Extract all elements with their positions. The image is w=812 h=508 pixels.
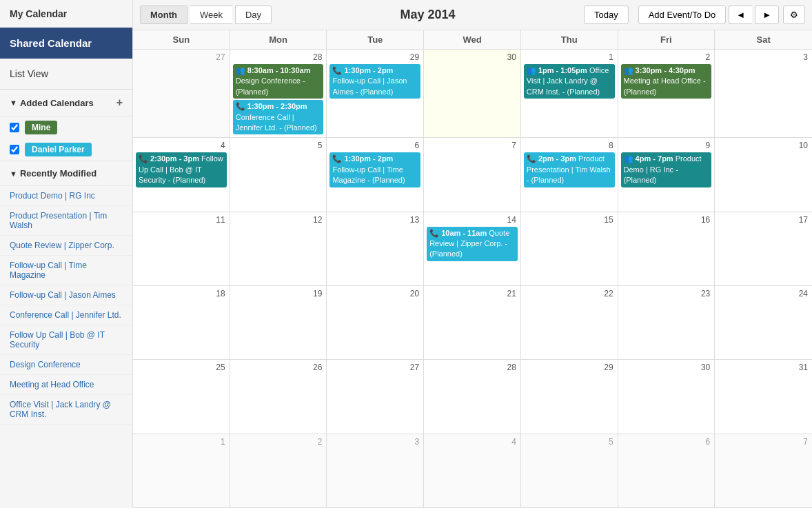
calendar-body: 2728👥 8:30am - 10:30am Design Conference… <box>133 50 812 508</box>
calendar-cell[interactable]: 27 <box>133 50 230 137</box>
today-button[interactable]: Today <box>584 6 629 24</box>
day-number: 4 <box>427 436 518 449</box>
day-number: 26 <box>233 361 324 374</box>
calendar-cell[interactable]: 9👥 4pm - 7pm Product Demo | RG Inc - (Pl… <box>618 138 715 211</box>
calendar-cell[interactable]: 30 <box>424 50 521 137</box>
calendar-cell[interactable]: 26 <box>230 360 327 433</box>
sidebar-shared-calendar[interactable]: Shared Calendar <box>0 28 132 59</box>
calendar-week: 2728👥 8:30am - 10:30am Design Conference… <box>133 50 812 138</box>
calendar-cell[interactable]: 11 <box>133 212 230 285</box>
calendar-event[interactable]: 📞 10am - 11am Quote Review | Zipper Corp… <box>427 227 518 261</box>
month-view-button[interactable]: Month <box>140 6 187 24</box>
calendar-cell[interactable]: 1 <box>133 434 230 507</box>
calendar-cell[interactable]: 20 <box>327 286 424 359</box>
day-number: 2 <box>621 51 712 64</box>
calendar-checkbox-daniel[interactable] <box>10 145 19 154</box>
calendar-cell[interactable]: 22 <box>521 286 618 359</box>
calendar-item-daniel[interactable]: Daniel Parker <box>0 139 132 161</box>
calendar-cell[interactable]: 16 <box>618 212 715 285</box>
calendar-cell[interactable]: 2👥 3:30pm - 4:30pm Meeting at Head Offic… <box>618 50 715 137</box>
day-number: 2 <box>233 436 324 449</box>
recently-modified-item[interactable]: Product Demo | RG Inc <box>0 186 132 206</box>
calendar-cell[interactable]: 25 <box>133 360 230 433</box>
calendar-cell[interactable]: 5 <box>230 138 327 211</box>
recently-modified-item[interactable]: Follow-up Call | Jason Aimes <box>0 285 132 305</box>
calendar-cell[interactable]: 3 <box>715 50 812 137</box>
calendar-day-header: Tue <box>327 30 424 49</box>
calendar-cell[interactable]: 29📞 1:30pm - 2pm Follow-up Call | Jason … <box>327 50 424 137</box>
calendar-cell[interactable]: 1👥 1pm - 1:05pm Office Visit | Jack Land… <box>521 50 618 137</box>
day-number: 18 <box>136 287 227 301</box>
calendar-day-header: Wed <box>424 30 521 49</box>
prev-month-button[interactable]: ◄ <box>729 6 752 24</box>
recently-modified-item[interactable]: Follow Up Call | Bob @ IT Security <box>0 325 132 355</box>
calendar-cell[interactable]: 14📞 10am - 11am Quote Review | Zipper Co… <box>424 212 521 285</box>
sidebar-list-view-label: List View <box>10 68 48 79</box>
sidebar-shared-calendar-label: Shared Calendar <box>10 37 92 49</box>
week-view-button[interactable]: Week <box>190 6 232 24</box>
recently-modified-list: Product Demo | RG IncProduct Presentatio… <box>0 186 132 425</box>
next-month-button[interactable]: ► <box>755 6 779 24</box>
day-number: 15 <box>524 214 615 227</box>
calendar-event[interactable]: 👥 4pm - 7pm Product Demo | RG Inc - (Pla… <box>621 152 712 187</box>
calendar-event[interactable]: 📞 1:30pm - 2pm Follow-up Call | Time Mag… <box>329 152 420 187</box>
day-number: 14 <box>427 214 518 227</box>
calendar-cell[interactable]: 28👥 8:30am - 10:30am Design Conference -… <box>230 50 327 137</box>
calendar-cell[interactable]: 15 <box>521 212 618 285</box>
calendar-checkbox-mine[interactable] <box>10 123 19 132</box>
calendar-week: 25262728293031 <box>133 360 812 434</box>
calendar-cell[interactable]: 19 <box>230 286 327 359</box>
calendar-day-header: Sat <box>715 30 812 49</box>
day-number: 16 <box>621 214 712 227</box>
calendar-cell[interactable]: 8📞 2pm - 3pm Product Presentation | Tim … <box>521 138 618 211</box>
calendar-event[interactable]: 📞 2:30pm - 3pm Follow Up Call | Bob @ IT… <box>136 152 227 187</box>
calendar-event[interactable]: 📞 2pm - 3pm Product Presentation | Tim W… <box>524 152 615 187</box>
recently-modified-item[interactable]: Meeting at Head Office <box>0 375 132 395</box>
calendar-cell[interactable]: 6📞 1:30pm - 2pm Follow-up Call | Time Ma… <box>327 138 424 211</box>
toolbar: Month Week Day May 2014 Today Add Event/… <box>133 0 812 30</box>
recently-modified-item[interactable]: Product Presentation | Tim Walsh <box>0 206 132 236</box>
sidebar-my-calendar[interactable]: My Calendar <box>0 0 132 28</box>
sidebar-list-view[interactable]: List View <box>0 59 132 90</box>
calendar-week: 18192021222324 <box>133 286 812 360</box>
calendar-cell[interactable]: 17 <box>715 212 812 285</box>
calendar-cell[interactable]: 27 <box>327 360 424 433</box>
settings-button[interactable]: ⚙ <box>783 6 805 24</box>
calendar-event[interactable]: 📞 1:30pm - 2pm Follow-up Call | Jason Ai… <box>329 64 420 99</box>
calendar-cell[interactable]: 7 <box>715 434 812 507</box>
calendar-cell[interactable]: 30 <box>618 360 715 433</box>
calendar-cell[interactable]: 7 <box>424 138 521 211</box>
calendar-cell[interactable]: 4📞 2:30pm - 3pm Follow Up Call | Bob @ I… <box>133 138 230 211</box>
calendar-cell[interactable]: 13 <box>327 212 424 285</box>
calendar-cell[interactable]: 29 <box>521 360 618 433</box>
calendar-cell[interactable]: 23 <box>618 286 715 359</box>
recently-modified-item[interactable]: Follow-up Call | Time Magazine <box>0 256 132 285</box>
calendar-cell[interactable]: 10 <box>715 138 812 211</box>
add-calendar-button[interactable]: + <box>116 96 123 109</box>
calendar-item-mine[interactable]: Mine <box>0 116 132 139</box>
calendar-week: 4📞 2:30pm - 3pm Follow Up Call | Bob @ I… <box>133 138 812 212</box>
day-number: 17 <box>718 214 809 227</box>
calendar-cell[interactable]: 4 <box>424 434 521 507</box>
add-event-button[interactable]: Add Event/To Do <box>638 6 727 24</box>
calendar-event[interactable]: 👥 8:30am - 10:30am Design Conference - (… <box>233 64 324 99</box>
day-view-button[interactable]: Day <box>235 6 272 24</box>
calendar-cell[interactable]: 24 <box>715 286 812 359</box>
calendar-event[interactable]: 👥 3:30pm - 4:30pm Meeting at Head Office… <box>621 64 712 99</box>
calendar-event[interactable]: 👥 1pm - 1:05pm Office Visit | Jack Landr… <box>524 64 615 99</box>
calendar-cell[interactable]: 28 <box>424 360 521 433</box>
calendar-cell[interactable]: 5 <box>521 434 618 507</box>
recently-modified-item[interactable]: Office Visit | Jack Landry @ CRM Inst. <box>0 395 132 425</box>
calendar-cell[interactable]: 2 <box>230 434 327 507</box>
recently-modified-item[interactable]: Design Conference <box>0 355 132 375</box>
calendar-cell[interactable]: 3 <box>327 434 424 507</box>
calendar-cell[interactable]: 12 <box>230 212 327 285</box>
calendar-cell[interactable]: 18 <box>133 286 230 359</box>
calendar-cell[interactable]: 31 <box>715 360 812 433</box>
recently-modified-chevron: ▼ <box>10 170 17 178</box>
calendar-cell[interactable]: 21 <box>424 286 521 359</box>
recently-modified-item[interactable]: Conference Call | Jennifer Ltd. <box>0 305 132 325</box>
calendar-event[interactable]: 📞 1:30pm - 2:30pm Conference Call | Jenn… <box>233 100 324 134</box>
calendar-cell[interactable]: 6 <box>618 434 715 507</box>
recently-modified-item[interactable]: Quote Review | Zipper Corp. <box>0 236 132 256</box>
